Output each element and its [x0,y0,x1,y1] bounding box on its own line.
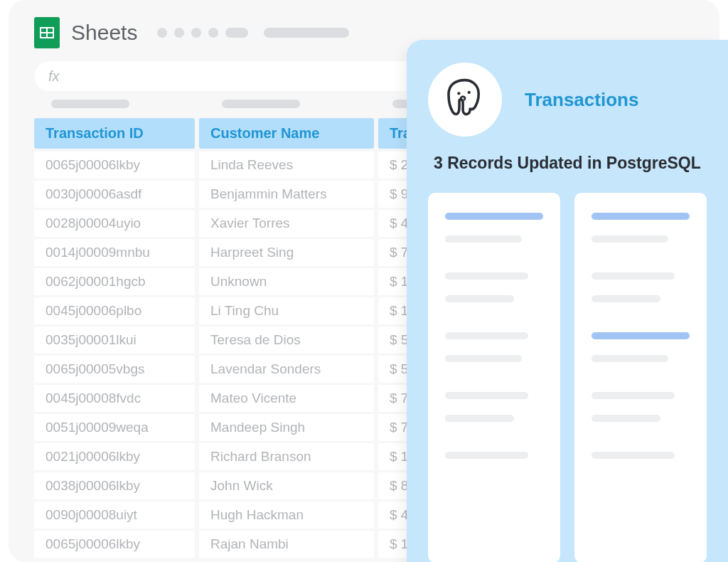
svg-point-1 [468,91,471,94]
cell-transaction-id[interactable]: 0014j00009mnbu [34,239,195,266]
cell-customer-name[interactable]: John Wick [199,472,374,499]
postgresql-overlay: Transactions 3 Records Updated in Postgr… [407,40,728,562]
cell-customer-name[interactable]: Lavendar Sonders [199,356,374,383]
sheets-logo-icon [34,17,60,48]
cell-transaction-id[interactable]: 0028j00004uyio [34,210,195,237]
record-card [574,193,707,562]
cell-transaction-id[interactable]: 0090j00008uiyt [34,502,195,529]
column-header-transaction-id[interactable]: Transaction ID [34,118,195,149]
app-title: Sheets [71,21,137,45]
records-preview [428,193,707,562]
column-header-customer-name[interactable]: Customer Name [199,118,374,149]
cell-transaction-id[interactable]: 0062j00001hgcb [34,268,195,295]
cell-customer-name[interactable]: Benjammin Matters [199,181,374,208]
cell-customer-name[interactable]: Linda Reeves [199,152,374,179]
cell-transaction-id[interactable]: 0035j00001lkui [34,327,195,354]
cell-transaction-id[interactable]: 0065j00005vbgs [34,356,195,383]
cell-customer-name[interactable]: Mateo Vicente [199,385,374,412]
cell-customer-name[interactable]: Xavier Torres [199,210,374,237]
cell-transaction-id[interactable]: 0038j00006lkby [34,472,195,499]
cell-customer-name[interactable]: Teresa de Dios [199,327,374,354]
toolbar-placeholder [157,28,349,38]
postgresql-logo-icon [428,63,502,137]
overlay-title: Transactions [525,89,638,111]
cell-transaction-id[interactable]: 0030j00006asdf [34,181,195,208]
cell-transaction-id[interactable]: 0065j00006lkby [34,152,195,179]
cell-customer-name[interactable]: Mandeep Singh [199,414,374,441]
formula-label: fx [48,68,60,85]
overlay-header: Transactions [428,63,707,137]
cell-transaction-id[interactable]: 0065j00006lkby [34,531,195,558]
cell-transaction-id[interactable]: 0021j00006lkby [34,443,195,470]
cell-transaction-id[interactable]: 0045j00006plbo [34,297,195,324]
cell-customer-name[interactable]: Unknown [199,268,374,295]
record-card [428,193,560,562]
cell-customer-name[interactable]: Harpreet Sing [199,239,374,266]
overlay-subtitle: 3 Records Updated in PostgreSQL [428,154,707,173]
cell-customer-name[interactable]: Richard Branson [199,443,374,470]
cell-transaction-id[interactable]: 0051j00009weqa [34,414,195,441]
cell-customer-name[interactable]: Rajan Nambi [199,531,374,558]
svg-point-0 [457,92,460,95]
cell-customer-name[interactable]: Li Ting Chu [199,297,374,324]
cell-transaction-id[interactable]: 0045j00008fvdc [34,385,195,412]
cell-customer-name[interactable]: Hugh Hackman [199,502,374,529]
